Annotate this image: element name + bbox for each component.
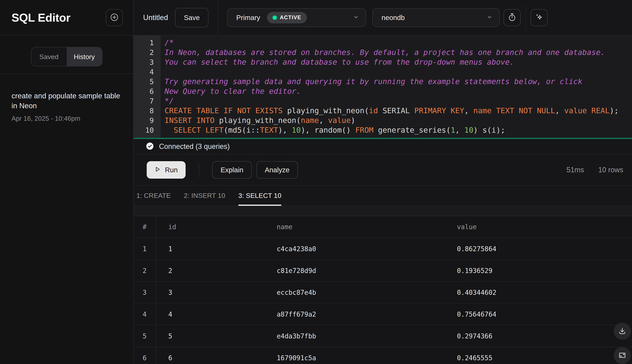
row-index-cell: 2 [134, 260, 156, 282]
id-cell: 2 [156, 260, 264, 282]
code-area[interactable]: /*In Neon, databases are stored on branc… [161, 36, 632, 138]
line-number: 3 [134, 57, 161, 67]
results-panel: #idnamevalue 11c4ca4238a00.8627586422c81… [134, 216, 632, 364]
line-number: 8 [134, 106, 161, 116]
branch-select[interactable]: Primary ACTIVE [227, 8, 366, 27]
history-item-date: Apr 16, 2025 - 10:46pm [12, 115, 122, 122]
line-number: 10 [134, 125, 161, 135]
run-button-label: Run [165, 166, 178, 174]
check-circle-icon [146, 142, 154, 151]
new-query-button[interactable] [106, 9, 123, 26]
code-line: INSERT INTO playing_with_neon(name, valu… [164, 116, 632, 125]
toolbar: Untitled Save Primary ACTIVE neondb [134, 0, 632, 36]
value-cell: 0.75646764 [445, 303, 632, 325]
active-dot-icon [273, 16, 277, 20]
saved-history-toggle-section: Saved History [0, 36, 133, 74]
query-metrics: 51ms 10 rows [566, 166, 623, 174]
branch-name: Primary [236, 14, 260, 22]
code-line: CREATE TABLE IF NOT EXISTS playing_with_… [164, 106, 632, 116]
name-cell: a87ff679a2 [264, 303, 445, 325]
results-table: #idnamevalue 11c4ca4238a00.8627586422c81… [134, 216, 632, 364]
line-number: 2 [134, 48, 161, 57]
expand-results-button[interactable] [614, 347, 631, 364]
row-index-cell: 6 [134, 347, 156, 364]
value-cell: 0.2974366 [445, 325, 632, 347]
row-index-cell: 1 [134, 238, 156, 260]
value-cell: 0.40344602 [445, 282, 632, 303]
save-button[interactable]: Save [175, 8, 208, 27]
id-cell: 6 [156, 347, 264, 364]
result-tab-1[interactable]: 1: CREATE [136, 186, 171, 206]
name-cell: c81e728d9d [264, 260, 445, 282]
table-row: 661679091c5a0.2465555 [134, 347, 632, 364]
sql-editor-app: SQL Editor Saved History create and popu… [0, 0, 632, 364]
table-row: 11c4ca4238a00.86275864 [134, 238, 632, 260]
id-cell: 5 [156, 325, 264, 347]
connection-status-text: Connected (3 queries) [159, 142, 230, 151]
name-cell: c4ca4238a0 [264, 238, 445, 260]
query-duration-button[interactable] [504, 9, 521, 26]
table-row: 33eccbc87e4b0.40344602 [134, 282, 632, 303]
code-line: New Query to clear the editor. [164, 86, 632, 96]
toolbar-divider [525, 5, 526, 30]
table-row: 22c81e728d9d0.1936529 [134, 260, 632, 282]
line-number: 4 [134, 67, 161, 77]
branch-status-badge: ACTIVE [267, 12, 307, 24]
run-button[interactable]: Run [147, 161, 185, 179]
line-number: 9 [134, 116, 161, 125]
sql-editor: 12345678910 /*In Neon, databases are sto… [134, 36, 632, 138]
stopwatch-icon [508, 13, 517, 22]
id-cell: 1 [156, 238, 264, 260]
actions-row: Run Explain Analyze 51ms 10 rows [134, 154, 632, 185]
code-line: SELECT LEFT(md5(i::TEXT), 10), random() … [164, 125, 632, 135]
results-header-row: #idnamevalue [134, 216, 632, 238]
code-line: In Neon, databases are stored on branche… [164, 48, 632, 57]
id-cell: 4 [156, 303, 264, 325]
results-column-header: value [445, 216, 632, 238]
branch-status-label: ACTIVE [280, 14, 301, 20]
line-number: 6 [134, 86, 161, 96]
page-title: SQL Editor [12, 11, 71, 24]
saved-history-toggle: Saved History [31, 47, 102, 66]
results-column-header: # [134, 216, 156, 238]
code-line: */ [164, 96, 632, 106]
toolbar-divider [218, 0, 218, 35]
table-row: 44a87ff679a20.75646764 [134, 303, 632, 325]
tab-saved[interactable]: Saved [31, 48, 67, 66]
name-cell: 1679091c5a [264, 347, 445, 364]
explain-button[interactable]: Explain [212, 161, 252, 179]
result-tab-2[interactable]: 2: INSERT 10 [184, 186, 225, 206]
row-index-cell: 5 [134, 325, 156, 347]
main-panel: Untitled Save Primary ACTIVE neondb [134, 0, 632, 364]
results-spacer [134, 206, 632, 216]
code-line: You can select the branch and database t… [164, 57, 632, 67]
row-index-cell: 4 [134, 303, 156, 325]
table-row: 55e4da3b7fbb0.2974366 [134, 325, 632, 347]
line-number: 1 [134, 38, 161, 48]
line-number: 5 [134, 77, 161, 86]
analyze-button[interactable]: Analyze [257, 161, 298, 179]
result-tab-3[interactable]: 3: SELECT 10 [238, 186, 282, 206]
plus-circle-icon [110, 13, 119, 22]
history-item[interactable]: create and populate sample table in Neon… [12, 91, 122, 122]
code-line [164, 67, 632, 77]
history-list: create and populate sample table in Neon… [0, 74, 133, 122]
code-line: /* [164, 38, 632, 48]
tab-history[interactable]: History [67, 48, 102, 66]
ai-assist-button[interactable] [531, 9, 548, 26]
results-column-header: name [264, 216, 445, 238]
download-results-button[interactable] [614, 323, 631, 340]
name-cell: eccbc87e4b [264, 282, 445, 303]
play-icon [155, 166, 161, 174]
expand-icon [618, 351, 627, 360]
line-number: 7 [134, 96, 161, 106]
value-cell: 0.2465555 [445, 347, 632, 364]
database-select[interactable]: neondb [372, 8, 500, 27]
code-line: Try generating sample data and querying … [164, 77, 632, 86]
query-duration: 51ms [566, 166, 584, 174]
value-cell: 0.86275864 [445, 238, 632, 260]
query-row-count: 10 rows [598, 166, 623, 174]
line-numbers: 12345678910 [134, 36, 161, 138]
value-cell: 0.1936529 [445, 260, 632, 282]
actions-divider [199, 162, 199, 177]
